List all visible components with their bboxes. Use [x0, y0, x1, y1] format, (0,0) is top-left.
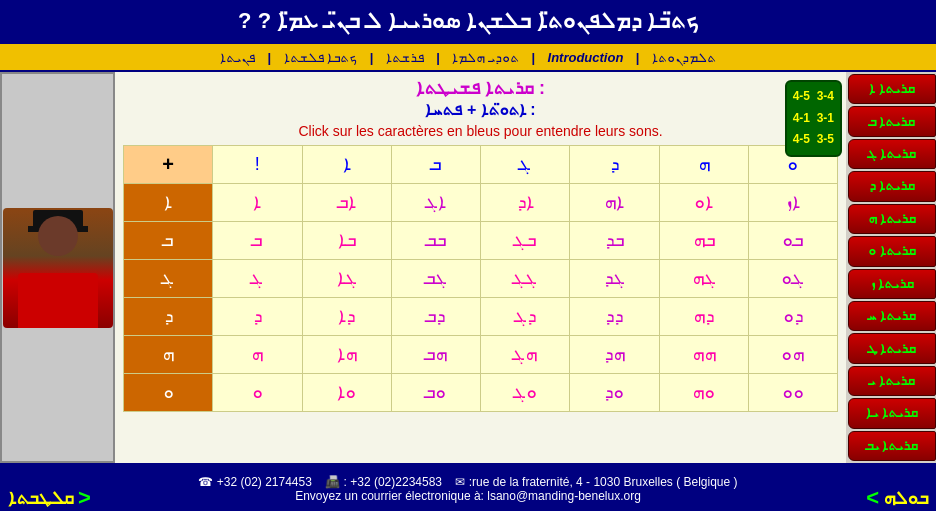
lesson-instruction: Click sur les caractères en bleus pour e… [123, 123, 838, 139]
table-row: ܘ ܘ ܘܐ ܘܒ ܘܓ ܘܕ ܘܗ ܘܘ [124, 374, 838, 412]
nav-right-label[interactable]: ܒܘܠܗ [883, 488, 928, 509]
table-row-label-1: ܐ [124, 184, 213, 222]
lesson-title: : ܩܪܝܬܐ ܦܫܝܛܬܐ [123, 78, 838, 99]
table-row-label-6: ܘ [124, 374, 213, 412]
sidebar-btn-4[interactable]: ܩܪܝܬܐ ܕ [848, 171, 936, 201]
arrow-left-icon: < [78, 485, 91, 511]
footer-nav-right[interactable]: ܒܘܠܗ > [866, 485, 928, 511]
sidebar-btn-11[interactable]: ܩܪܝܬܐ ܝܐ [848, 398, 936, 428]
lesson-subtitle: : ܐܬܘ̈ܬܐ + ܦܬܚܐ [123, 101, 838, 119]
arrow-right-icon: > [866, 485, 879, 511]
nav-item-parshta[interactable]: ܦܪܫܬܐ [386, 50, 424, 65]
sidebar-btn-7[interactable]: ܩܪܝܬܐ ܙ [848, 269, 936, 299]
table-row: ܒ ܒ ܒܐ ܒܒ ܒܓ ܒܕ ܒܗ ܒܘ [124, 222, 838, 260]
table-row: ܓ ܓ ܓܐ ܓܒ ܓܓ ܓܕ ܓܗ ܓܘ [124, 260, 838, 298]
phone-number: +32 (02) 2174453 [217, 475, 312, 489]
table-header-row: + ! ܐ ܒ ܓ ܕ ܗ ܘ [124, 146, 838, 184]
table-row-label-2: ܒ [124, 222, 213, 260]
table-row-label-4: ܕ [124, 298, 213, 336]
table-row-label-3: ܓ [124, 260, 213, 298]
nav-item-panyita[interactable]: ܦܢܝܬܐ [220, 50, 255, 65]
right-sidebar: ܩܪܝܬܐ ܐ ܩܪܝܬܐ ܒ ܩܪܝܬܐ ܓ ܩܪܝܬܐ ܕ ܩܪܝܬܐ ܗ … [846, 72, 936, 463]
character-table: + ! ܐ ܒ ܓ ܕ ܗ ܘ ܐ ܐ ܐܒ ܐܓ ܐܕ ܐܗ ܐܘ ܐܙ ܒ [123, 145, 838, 412]
sidebar-btn-9[interactable]: ܩܪܝܬܐ ܛ [848, 333, 936, 363]
sidebar-btn-3[interactable]: ܩܪܝܬܐ ܓ [848, 139, 936, 169]
table-col-3[interactable]: ܓ [481, 146, 570, 184]
table-header-plus[interactable]: + [124, 146, 213, 184]
footer-nav-left[interactable]: < ܩܠܛܒܬܐ [8, 485, 91, 511]
table-row: ܐ ܐ ܐܒ ܐܓ ܐܕ ܐܗ ܐܘ ܐܙ [124, 184, 838, 222]
footer-email: Envoyez un courrier électronique à: lsan… [295, 489, 641, 503]
footer-contact: ☎ +32 (02) 2174453 📠 : +32 (02)2234583 ✉… [198, 475, 737, 489]
phone-icon: ☎ [198, 475, 213, 489]
mail-icon: ✉ [455, 475, 465, 489]
fax-icon: 📠 [325, 475, 340, 489]
table-col-5[interactable]: ܗ [659, 146, 748, 184]
header-title: ܟܬ̈ܒܐ ܕܡܠܦܢܘܬ̈ܐ ܒܠܫܢܐ ܣܘܪܝܝܐ ܠ ܒܢ̈ܝ ܥܡ̈ܐ… [238, 8, 698, 34]
table-col-2[interactable]: ܒ [391, 146, 480, 184]
footer: ☎ +32 (02) 2174453 📠 : +32 (02)2234583 ✉… [0, 463, 936, 511]
nav-item-todi[interactable]: ܬܘܕܝ ܗܠܡܐ [452, 50, 519, 65]
table-col-4[interactable]: ܕ [570, 146, 659, 184]
sidebar-btn-2[interactable]: ܩܪܝܬܐ ܒ [848, 106, 936, 136]
table-row: ܗ ܗ ܗܐ ܗܒ ܗܓ ܗܕ ܗܗ ܗܘ [124, 336, 838, 374]
content-area: 4-5 3-4 4-1 3-1 4-5 3-5 : ܩܪܝܬܐ ܦܫܝܛܬܐ :… [115, 72, 846, 463]
sidebar-btn-12[interactable]: ܩܪܝܬܐ ܝܒ [848, 431, 936, 461]
sidebar-btn-10[interactable]: ܩܪܝܬܐ ܝ [848, 366, 936, 396]
address: :rue de la fraternité, 4 - 1030 Bruxelle… [469, 475, 738, 489]
nav-item-talmidnuta[interactable]: ܬܠܡܕܢܘܬܐ [652, 50, 716, 65]
student-image [0, 72, 115, 463]
sidebar-btn-6[interactable]: ܩܪܝܬܐ ܘ [848, 236, 936, 266]
sidebar-btn-8[interactable]: ܩܪܝܬܐ ܚ [848, 301, 936, 331]
nav-item-ktaba[interactable]: ܟܬܒܐ ܦܠܫܬܐ [284, 50, 358, 65]
table-header-alap[interactable]: ! [213, 146, 302, 184]
header-bar: ܟܬ̈ܒܐ ܕܡܠܦܢܘܬ̈ܐ ܒܠܫܢܐ ܣܘܪܝܝܐ ܠ ܒܢ̈ܝ ܥܡ̈ܐ… [0, 0, 936, 42]
main-container: 4-5 3-4 4-1 3-1 4-5 3-5 : ܩܪܝܬܐ ܦܫܝܛܬܐ :… [0, 72, 936, 463]
sidebar-btn-1[interactable]: ܩܪܝܬܐ ܐ [848, 74, 936, 104]
nav-left-label[interactable]: ܩܠܛܒܬܐ [8, 488, 74, 509]
sidebar-btn-5[interactable]: ܩܪܝܬܐ ܗ [848, 204, 936, 234]
nav-bar: ܬܘܕܝ ܗܠܡܐ | ܦܪܫܬܐ | ܟܬܒܐ ܦܠܫܬܐ | ܦܢܝܬܐ |… [0, 42, 936, 72]
lesson-numbers: 4-5 3-4 4-1 3-1 4-5 3-5 [785, 80, 842, 157]
table-row: ܕ ܕ ܕܐ ܕܒ ܕܓ ܕܕ ܕܗ ܕܘ [124, 298, 838, 336]
lesson-header: : ܩܪܝܬܐ ܦܫܝܛܬܐ : ܐܬܘ̈ܬܐ + ܦܬܚܐ [123, 78, 838, 119]
table-col-1[interactable]: ܐ [302, 146, 391, 184]
nav-item-introduction[interactable]: Introduction [548, 50, 624, 65]
fax-number: : +32 (02)2234583 [344, 475, 442, 489]
table-row-label-5: ܗ [124, 336, 213, 374]
